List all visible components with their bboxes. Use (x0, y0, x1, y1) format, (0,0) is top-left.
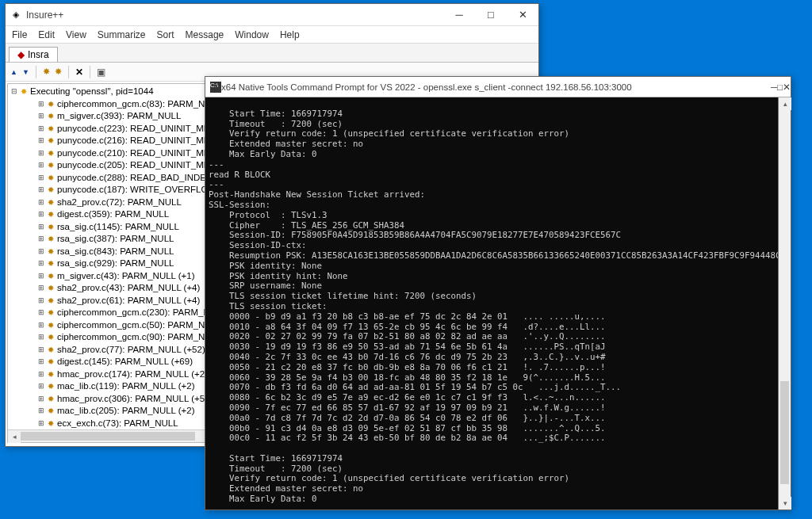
close-button[interactable]: ✕ (507, 4, 538, 26)
expand-box-icon[interactable]: ⊞ (38, 331, 44, 344)
bug-icon[interactable]: ✸ (43, 67, 50, 77)
menu-message[interactable]: Message (186, 29, 224, 40)
tree-item-label: rsa_sig.c(387): PARM_NULL (57, 233, 174, 246)
minimize-button[interactable]: ─ (443, 4, 475, 26)
expand-box-icon[interactable]: ⊞ (38, 221, 44, 234)
bug-icon: ✸ (46, 110, 56, 123)
bug-icon: ✸ (46, 172, 56, 185)
cmd-window: C:\ x64 Native Tools Command Prompt for … (205, 76, 791, 510)
collapse-up-icon[interactable]: ▲ (10, 68, 17, 76)
tool-icon[interactable]: ▣ (97, 67, 105, 78)
insure-app-icon: ◈ (10, 10, 21, 21)
expand-box-icon[interactable]: ⊞ (38, 208, 44, 221)
tab-label: Insra (28, 49, 49, 60)
bug-icon: ✸ (46, 246, 56, 258)
expand-box-icon[interactable]: ⊞ (38, 246, 44, 258)
tree-item-label: punycode.c(210): READ_UNINIT_MEM (57, 147, 217, 160)
scroll-left-icon[interactable]: ◂ (8, 430, 21, 443)
menu-sort[interactable]: Sort (157, 29, 174, 40)
bug-icon: ✸ (46, 123, 56, 135)
bug-icon: ✸ (46, 147, 56, 160)
expand-box-icon[interactable]: ⊞ (38, 344, 44, 357)
tree-item-label: rsa_sig.c(1145): PARM_NULL (57, 221, 179, 234)
insure-tabstrip: ◆ Insra (6, 44, 538, 63)
menu-view[interactable]: View (66, 29, 86, 40)
tree-item-label: m_sigver.c(393): PARM_NULL (57, 110, 181, 123)
expand-box-icon[interactable]: ⊞ (38, 270, 44, 283)
expand-box-icon[interactable]: ⊞ (38, 356, 44, 368)
cmd-output[interactable]: Start Time: 1669717974 Timeout : 7200 (s… (205, 97, 778, 509)
bug-icon: ✸ (46, 307, 56, 319)
expand-box-icon[interactable]: ⊞ (38, 380, 44, 393)
tree-item-label: sha2_prov.c(43): PARM_NULL (+4) (57, 282, 200, 295)
insure-titlebar[interactable]: ◈ Insure++ ─ □ ✕ (6, 4, 538, 26)
tree-item-label: punycode.c(288): READ_BAD_INDEX (57, 172, 213, 185)
cmd-maximize-button[interactable]: □ (777, 82, 783, 92)
bug-icon: ✸ (46, 197, 56, 209)
bug-icon: ✸ (46, 368, 56, 381)
expand-box-icon[interactable]: ⊞ (38, 393, 44, 406)
menu-edit[interactable]: Edit (38, 29, 55, 40)
cmd-minimize-button[interactable]: ─ (771, 82, 777, 92)
cmd-title: x64 Native Tools Command Prompt for VS 2… (221, 82, 771, 92)
expand-box-icon[interactable]: ⊞ (38, 319, 44, 332)
tree-item-label: sha2_prov.c(61): PARM_NULL (+4) (57, 295, 200, 307)
bug-icon: ✸ (46, 405, 56, 418)
expand-box-icon[interactable]: ⊞ (38, 172, 44, 185)
expand-box-icon[interactable]: ⊞ (38, 110, 44, 123)
tree-item-label: m_sigver.c(43): PARM_NULL (+1) (57, 270, 195, 283)
tree-item-label: digest.c(359): PARM_NULL (57, 208, 169, 221)
expand-box-icon[interactable]: ⊞ (38, 258, 44, 270)
separator (68, 66, 69, 78)
expand-box-icon[interactable]: ⊞ (38, 135, 44, 147)
tree-item-label: rsa_sig.c(929): PARM_NULL (57, 258, 174, 270)
expand-box-icon[interactable]: ⊞ (38, 184, 44, 197)
bug-icon: ✸ (46, 380, 56, 393)
expand-down-icon[interactable]: ▼ (22, 68, 29, 76)
tree-item-label: mac_lib.c(119): PARM_NULL (+2) (57, 380, 195, 393)
expand-box-icon[interactable]: ⊞ (38, 197, 44, 209)
expand-box-icon[interactable]: ⊞ (38, 123, 44, 135)
bug-icon: ✸ (46, 233, 56, 246)
cmd-close-button[interactable]: ✕ (783, 82, 791, 93)
tree-item-label: hmac_prov.c(306): PARM_NULL (+5) (57, 393, 208, 406)
expand-box-icon[interactable]: ⊞ (38, 233, 44, 246)
scroll-thumb-v[interactable] (780, 381, 789, 484)
maximize-button[interactable]: □ (475, 4, 507, 26)
expand-box-icon[interactable]: ⊞ (38, 282, 44, 295)
tree-item-label: punycode.c(223): READ_UNINIT_MEM (57, 123, 217, 135)
bug-icon-2[interactable]: ✸ (55, 67, 62, 77)
clear-icon[interactable]: ✕ (75, 67, 83, 78)
bug-icon: ✸ (46, 184, 56, 197)
tab-insra[interactable]: ◆ Insra (9, 47, 58, 62)
insure-title: Insure++ (26, 10, 443, 21)
separator (36, 66, 36, 78)
scroll-down-icon[interactable]: ▾ (779, 497, 791, 509)
scroll-thumb-h[interactable] (21, 432, 195, 441)
expand-box-icon[interactable]: ⊞ (38, 405, 44, 418)
tree-item-label: punycode.c(216): READ_UNINIT_MEM (57, 135, 217, 147)
tree-item-label: mac_lib.c(205): PARM_NULL (+2) (57, 405, 195, 418)
tab-icon: ◆ (17, 49, 25, 60)
menu-file[interactable]: File (12, 29, 27, 40)
expand-box-icon[interactable]: ⊞ (38, 295, 44, 307)
collapse-box-icon[interactable]: ⊟ (11, 86, 17, 98)
expand-box-icon[interactable]: ⊞ (38, 147, 44, 160)
expand-box-icon[interactable]: ⊞ (38, 159, 44, 172)
tree-root-label: Executing "openssl", pid=1044 (30, 86, 154, 98)
scroll-up-icon[interactable]: ▴ (779, 97, 791, 110)
menu-help[interactable]: Help (280, 29, 300, 40)
expand-box-icon[interactable]: ⊞ (38, 368, 44, 381)
tree-item-label: punycode.c(205): READ_UNINIT_MEM (57, 159, 217, 172)
tree-item-label: hmac_prov.c(174): PARM_NULL (+2) (57, 368, 208, 381)
cmd-titlebar[interactable]: C:\ x64 Native Tools Command Prompt for … (205, 77, 791, 97)
bug-icon: ✸ (46, 344, 56, 357)
menu-summarize[interactable]: Summarize (98, 29, 146, 40)
expand-box-icon[interactable]: ⊞ (38, 418, 44, 430)
bug-icon: ✸ (46, 418, 56, 430)
expand-box-icon[interactable]: ⊞ (38, 98, 44, 111)
menu-window[interactable]: Window (235, 29, 269, 40)
bug-icon: ✸ (46, 270, 56, 283)
cmd-vertical-scrollbar[interactable]: ▴ ▾ (778, 97, 791, 509)
expand-box-icon[interactable]: ⊞ (38, 307, 44, 319)
